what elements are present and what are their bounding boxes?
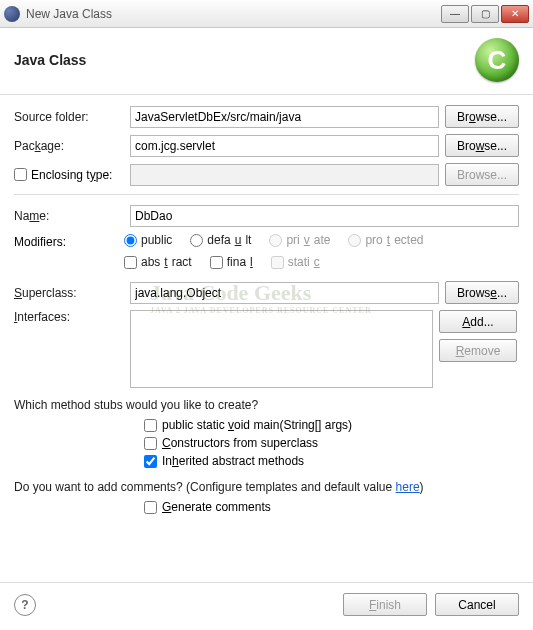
interfaces-label: Interfaces: — [14, 310, 124, 324]
generate-comments-line: Generate comments — [144, 498, 519, 516]
dialog-footer: ? Finish Cancel — [0, 582, 533, 630]
enclosing-type-row: Enclosing type: Browse... — [14, 163, 519, 186]
package-label: Package: — [14, 139, 124, 153]
interfaces-row: Interfaces: Add... Remove — [14, 310, 519, 388]
stub-constructors-label: Constructors from superclass — [162, 436, 318, 450]
dialog-header: Java Class C — [0, 28, 533, 95]
cancel-button[interactable]: Cancel — [435, 593, 519, 616]
package-input[interactable] — [130, 135, 439, 157]
enclosing-type-label: Enclosing type: — [31, 168, 112, 182]
comments-here-link[interactable]: here — [396, 480, 420, 494]
source-folder-browse-button[interactable]: Browse... — [445, 105, 519, 128]
page-title: Java Class — [14, 52, 86, 68]
separator — [14, 194, 519, 195]
source-folder-row: Source folder: Browse... — [14, 105, 519, 128]
modifier-default-radio[interactable] — [190, 234, 203, 247]
generate-comments-checkbox[interactable] — [144, 501, 157, 514]
modifier-static-checkbox — [271, 256, 284, 269]
stub-constructors-line: Constructors from superclass — [144, 434, 519, 452]
source-folder-label: Source folder: — [14, 110, 124, 124]
finish-button: Finish — [343, 593, 427, 616]
modifier-abstract-checkbox[interactable] — [124, 256, 137, 269]
modifiers-label: Modifiers: — [14, 233, 124, 249]
close-button[interactable]: ✕ — [501, 5, 529, 23]
package-browse-button[interactable]: Browse... — [445, 134, 519, 157]
name-label: Name: — [14, 209, 124, 223]
modifier-abstract[interactable]: abstract — [124, 255, 192, 269]
stubs-question: Which method stubs would you like to cre… — [14, 398, 519, 412]
class-icon: C — [475, 38, 519, 82]
stub-main-checkbox[interactable] — [144, 419, 157, 432]
stub-main-line: public static void main(String[] args) — [144, 416, 519, 434]
window-title: New Java Class — [26, 7, 441, 21]
modifier-default[interactable]: default — [190, 233, 251, 247]
stub-inherited-label: Inherited abstract methods — [162, 454, 304, 468]
package-row: Package: Browse... — [14, 134, 519, 157]
footer-right: Finish Cancel — [343, 593, 519, 616]
enclosing-type-checkbox[interactable] — [14, 168, 27, 181]
source-folder-input[interactable] — [130, 106, 439, 128]
stub-main-label: public static void main(String[] args) — [162, 418, 352, 432]
modifier-protected: protected — [348, 233, 423, 247]
enclosing-type-input — [130, 164, 439, 186]
superclass-label: Superclass: — [14, 286, 124, 300]
footer-left: ? — [14, 594, 36, 616]
minimize-button[interactable]: — — [441, 5, 469, 23]
modifier-final-checkbox[interactable] — [210, 256, 223, 269]
generate-comments-label: Generate comments — [162, 500, 271, 514]
window-controls: — ▢ ✕ — [441, 5, 529, 23]
superclass-browse-button[interactable]: Browse... — [445, 281, 519, 304]
name-input[interactable] — [130, 205, 519, 227]
maximize-button[interactable]: ▢ — [471, 5, 499, 23]
modifier-private: private — [269, 233, 330, 247]
modifier-public-radio[interactable] — [124, 234, 137, 247]
interfaces-remove-button: Remove — [439, 339, 517, 362]
modifier-final[interactable]: final — [210, 255, 253, 269]
stub-inherited-line: Inherited abstract methods — [144, 452, 519, 470]
superclass-row: Superclass: Browse... — [14, 281, 519, 304]
interfaces-list[interactable] — [130, 310, 433, 388]
comments-suffix: ) — [420, 480, 424, 494]
stub-inherited-checkbox[interactable] — [144, 455, 157, 468]
modifier-private-radio — [269, 234, 282, 247]
interfaces-buttons: Add... Remove — [439, 310, 519, 362]
titlebar: New Java Class — ▢ ✕ — [0, 0, 533, 28]
name-row: Name: — [14, 205, 519, 227]
interfaces-add-button[interactable]: Add... — [439, 310, 517, 333]
comments-prefix: Do you want to add comments? (Configure … — [14, 480, 396, 494]
superclass-input[interactable] — [130, 282, 439, 304]
enclosing-type-browse-button: Browse... — [445, 163, 519, 186]
modifier-static: static — [271, 255, 320, 269]
modifiers-row: Modifiers: public default private protec… — [14, 233, 519, 269]
stub-constructors-checkbox[interactable] — [144, 437, 157, 450]
dialog-content: Source folder: Browse... Package: Browse… — [0, 95, 533, 526]
modifiers-options: public default private protected abstrac… — [124, 233, 519, 269]
app-icon — [4, 6, 20, 22]
help-icon[interactable]: ? — [14, 594, 36, 616]
modifier-public[interactable]: public — [124, 233, 172, 247]
modifier-protected-radio — [348, 234, 361, 247]
comments-question: Do you want to add comments? (Configure … — [14, 480, 519, 494]
